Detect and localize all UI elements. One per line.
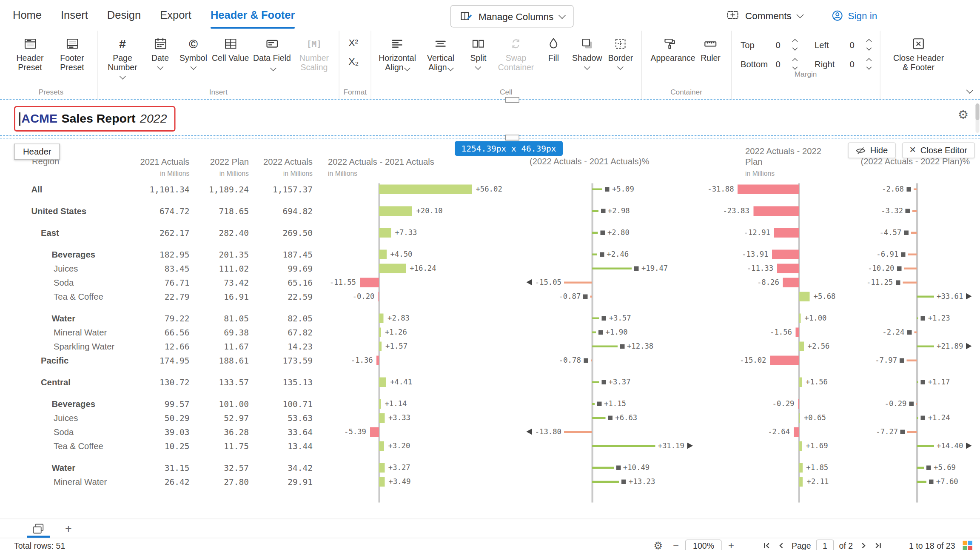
split-button[interactable]: Split [462, 31, 495, 69]
header-preset-button[interactable]: Header Preset [9, 31, 51, 73]
fill-button[interactable]: Fill [537, 31, 570, 63]
border-button[interactable]: Border [604, 31, 637, 69]
row-header[interactable]: All [14, 184, 128, 194]
percent-line [917, 467, 924, 469]
page-number-input[interactable]: 1 [816, 540, 834, 550]
delta-label: -6.91 [876, 250, 898, 259]
close-editor-button[interactable]: × Close Editor [902, 143, 975, 159]
last-page-button[interactable] [874, 541, 883, 550]
number-scaling-button[interactable]: [M] Number Scaling [293, 31, 335, 73]
tab-design[interactable]: Design [107, 0, 141, 31]
column-header[interactable]: 2022 Actuals - 2021 Actualsin Millions [321, 157, 516, 182]
scrollbar[interactable] [976, 103, 980, 133]
table-row: Mineral Water66.5669.3867.82+1.26+1.90-1… [0, 325, 980, 339]
appearance-button[interactable]: Appearance [646, 31, 694, 63]
zoom-level[interactable]: 100% [685, 540, 722, 550]
next-page-button[interactable] [859, 541, 868, 550]
footer-preset-button[interactable]: Footer Preset [51, 31, 93, 73]
margin-left-spinner[interactable] [867, 40, 871, 50]
column-header[interactable]: 2022 Planin Millions [198, 157, 257, 182]
add-sheet-button[interactable]: + [65, 523, 72, 534]
row-header[interactable]: Water [14, 463, 128, 473]
row-header[interactable]: Mineral Water [14, 477, 128, 487]
shadow-button[interactable]: Shadow [570, 31, 604, 69]
row-header[interactable]: Sparkling Water [14, 341, 128, 351]
percent-line [908, 253, 917, 255]
vertical-align-button[interactable]: Vertical Align [420, 31, 462, 73]
margin-right-value[interactable]: 0 [850, 59, 863, 69]
comments-button[interactable]: Comments [726, 0, 802, 31]
row-header[interactable]: Tea & Coffee [14, 292, 128, 301]
column-header[interactable]: (2022 Actuals - 2022 Plan)% [851, 157, 980, 182]
close-header-footer-button[interactable]: Close Header & Footer [888, 31, 949, 73]
column-header[interactable]: 2021 Actualsin Millions [128, 157, 198, 182]
negative-bar [783, 278, 799, 287]
margin-top-spinner[interactable] [793, 40, 797, 50]
row-header[interactable]: Water [14, 313, 128, 323]
manage-columns-button[interactable]: Manage Columns [450, 5, 573, 28]
row-header[interactable]: Juices [14, 413, 128, 423]
row-header[interactable]: Central [14, 377, 128, 387]
delta-label: +3.49 [389, 477, 411, 486]
column-header[interactable]: 2022 Actualsin Millions [257, 157, 321, 182]
first-page-button[interactable] [762, 541, 771, 550]
resize-handle-top[interactable] [505, 97, 519, 103]
row-header[interactable]: Soda [14, 278, 128, 287]
prev-page-button[interactable] [777, 541, 785, 550]
tab-home[interactable]: Home [13, 0, 42, 31]
chart-cell: -0.20 [321, 289, 516, 304]
percent-line [904, 267, 917, 269]
negative-bar [796, 327, 799, 337]
hide-button[interactable]: Hide [848, 143, 895, 159]
resize-handle-bottom[interactable] [505, 135, 519, 141]
positive-bar [379, 249, 387, 259]
row-header[interactable]: United States [14, 206, 128, 216]
swap-container-button[interactable]: Swap Container [495, 31, 537, 73]
gear-icon[interactable]: ⚙ [957, 109, 969, 121]
margin-left-control: Left 0 [815, 40, 871, 50]
header-title-box[interactable]: ACME Sales Report 2022 [14, 106, 175, 132]
margin-bottom-value[interactable]: 0 [776, 59, 789, 69]
table-row: Mineral Water26.4227.8029.91+3.49+13.23+… [0, 475, 980, 489]
margin-right-spinner[interactable] [867, 59, 871, 69]
percent-marker [897, 266, 901, 271]
margin-bottom-spinner[interactable] [793, 59, 797, 69]
cell-value-button[interactable]: Cell Value [210, 31, 251, 63]
margin-top-value[interactable]: 0 [776, 40, 789, 50]
settings-gear-icon[interactable]: ⚙ [654, 541, 663, 550]
date-button[interactable]: Date [144, 31, 177, 69]
column-header[interactable]: Region [14, 157, 128, 182]
subscript-button[interactable]: X₂ [348, 56, 359, 67]
row-header[interactable]: Mineral Water [14, 327, 128, 337]
column-header[interactable]: (2022 Actuals - 2021 Actuals)% [516, 157, 698, 182]
percent-marker [906, 187, 911, 192]
header-editor-area[interactable]: ACME Sales Report 2022 ⚙ [0, 99, 980, 139]
horizontal-align-button[interactable]: Horizontal Align [375, 31, 420, 73]
tab-export[interactable]: Export [160, 0, 191, 31]
row-header[interactable]: Juices [14, 264, 128, 273]
row-header[interactable]: East [14, 228, 128, 238]
delta-label: +1.90 [606, 328, 628, 337]
sheet-tab[interactable] [26, 519, 51, 538]
symbol-button[interactable]: © Symbol [177, 31, 210, 69]
superscript-button[interactable]: X² [348, 37, 359, 48]
tab-insert[interactable]: Insert [61, 0, 88, 31]
delta-label: +12.38 [627, 342, 653, 351]
row-header[interactable]: Tea & Coffee [14, 441, 128, 451]
margin-left-value[interactable]: 0 [850, 40, 863, 50]
zoom-out-button[interactable]: − [673, 540, 679, 550]
row-header[interactable]: Pacific [14, 355, 128, 365]
data-field-button[interactable]: Data Field [251, 31, 293, 73]
row-header[interactable]: Beverages [14, 399, 128, 409]
tab-header-footer[interactable]: Header & Footer [211, 0, 295, 31]
chevron-down-icon [558, 12, 565, 19]
sign-in-button[interactable]: Sign in [831, 0, 877, 31]
zoom-in-button[interactable]: + [728, 540, 734, 550]
row-header[interactable]: Soda [14, 427, 128, 437]
collapse-ribbon-icon[interactable] [966, 86, 974, 94]
page-number-button[interactable]: # Page Number [102, 31, 144, 78]
column-header[interactable]: 2022 Actuals - 2022 Planin Millions [698, 146, 851, 182]
row-header[interactable]: Beverages [14, 249, 128, 259]
ruler-button[interactable]: Ruler [694, 31, 727, 63]
value-cell: 674.72 [128, 206, 198, 216]
